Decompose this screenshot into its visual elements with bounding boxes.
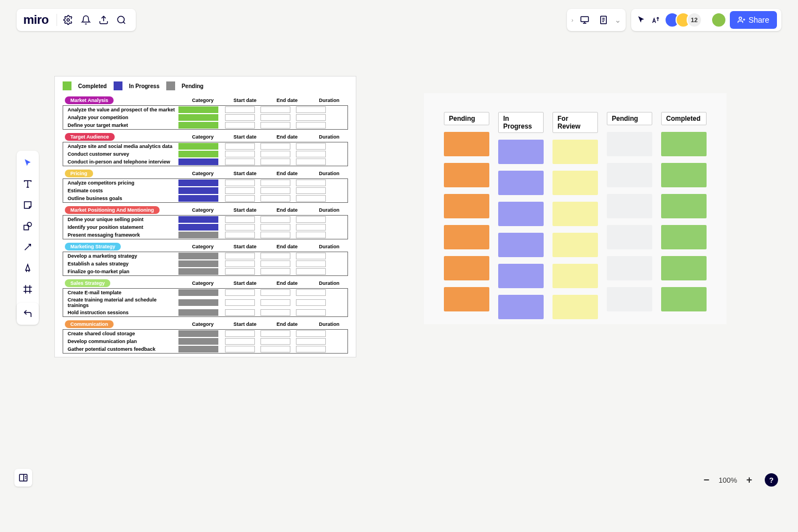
task-row[interactable]: Analyze site and social media analytics …: [63, 142, 347, 150]
duration-cell[interactable]: [296, 158, 326, 165]
start-date-cell[interactable]: [225, 253, 255, 259]
duration-cell[interactable]: [296, 346, 326, 352]
section-box[interactable]: Define your unique selling point Identif…: [63, 215, 348, 239]
kanban-card[interactable]: [553, 202, 598, 226]
kanban-frame[interactable]: PendingIn ProgressFor ReviewPendingCompl…: [424, 93, 727, 324]
end-date-cell[interactable]: [260, 187, 290, 194]
text-tool[interactable]: [21, 177, 34, 191]
task-row[interactable]: Define your target market: [63, 121, 347, 129]
help-button[interactable]: ?: [765, 473, 778, 487]
end-date-cell[interactable]: [260, 232, 290, 238]
task-row[interactable]: Analyze competitors pricing: [63, 179, 347, 187]
kanban-card[interactable]: [444, 132, 489, 156]
duration-cell[interactable]: [296, 289, 326, 296]
kanban-card[interactable]: [607, 194, 652, 218]
end-date-cell[interactable]: [260, 346, 290, 352]
end-date-cell[interactable]: [260, 143, 290, 150]
kanban-column[interactable]: For Review: [553, 112, 598, 319]
duration-cell[interactable]: [296, 143, 326, 150]
kanban-card[interactable]: [607, 163, 652, 187]
kanban-column[interactable]: Pending: [607, 112, 652, 319]
category-cell[interactable]: [178, 224, 218, 231]
duration-cell[interactable]: [296, 232, 326, 238]
task-row[interactable]: Hold instruction sessions: [63, 309, 347, 316]
category-cell[interactable]: [178, 151, 218, 157]
kanban-card[interactable]: [553, 295, 598, 319]
task-row[interactable]: Develop communication plan: [63, 337, 347, 345]
start-date-cell[interactable]: [225, 268, 255, 275]
category-cell[interactable]: [178, 122, 218, 129]
start-date-cell[interactable]: [225, 289, 255, 296]
kanban-card[interactable]: [661, 194, 707, 218]
kanban-column[interactable]: In Progress: [498, 112, 544, 319]
end-date-cell[interactable]: [260, 289, 290, 296]
kanban-card[interactable]: [607, 256, 652, 280]
avatars[interactable]: 12: [664, 12, 702, 28]
category-cell[interactable]: [178, 330, 218, 337]
start-date-cell[interactable]: [225, 260, 255, 267]
start-date-cell[interactable]: [225, 299, 255, 306]
section-tag[interactable]: Market Positioning And Mentioning: [65, 206, 160, 214]
section-tag[interactable]: Target Audience: [65, 133, 115, 141]
present-button[interactable]: [577, 12, 592, 28]
category-cell[interactable]: [178, 289, 218, 296]
avatar-self[interactable]: [711, 12, 727, 28]
kanban-card[interactable]: [444, 163, 489, 187]
duration-cell[interactable]: [296, 268, 326, 275]
kanban-card[interactable]: [553, 233, 598, 257]
kanban-card[interactable]: [444, 287, 489, 311]
cursor-icon[interactable]: [636, 14, 647, 25]
end-date-cell[interactable]: [260, 158, 290, 165]
section-tag[interactable]: Sales Strategy: [65, 279, 110, 287]
section-box[interactable]: Develop a marketing strategy Establish a…: [63, 252, 348, 276]
start-date-cell[interactable]: [225, 224, 255, 231]
notes-button[interactable]: [596, 12, 611, 28]
section-tag[interactable]: Pricing: [65, 170, 93, 177]
kanban-card[interactable]: [498, 171, 544, 195]
kanban-column-header[interactable]: Pending: [607, 112, 652, 125]
kanban-card[interactable]: [607, 225, 652, 249]
section-tag[interactable]: Market Analysis: [65, 96, 114, 104]
end-date-cell[interactable]: [260, 106, 290, 113]
start-date-cell[interactable]: [225, 338, 255, 345]
start-date-cell[interactable]: [225, 346, 255, 352]
panel-toggle-button[interactable]: [14, 469, 32, 487]
end-date-cell[interactable]: [260, 253, 290, 259]
kanban-column-header[interactable]: Completed: [661, 112, 707, 125]
share-button[interactable]: Share: [730, 11, 777, 29]
start-date-cell[interactable]: [225, 180, 255, 186]
kanban-card[interactable]: [444, 194, 489, 218]
category-cell[interactable]: [178, 253, 218, 259]
kanban-card[interactable]: [607, 132, 652, 156]
duration-cell[interactable]: [296, 224, 326, 231]
start-date-cell[interactable]: [225, 158, 255, 165]
category-cell[interactable]: [178, 158, 218, 165]
kanban-card[interactable]: [498, 295, 544, 319]
duration-cell[interactable]: [296, 330, 326, 337]
section-box[interactable]: Create shared cloud storage Develop comm…: [63, 329, 348, 354]
duration-cell[interactable]: [296, 180, 326, 186]
category-cell[interactable]: [178, 114, 218, 121]
category-cell[interactable]: [178, 216, 218, 223]
start-date-cell[interactable]: [225, 330, 255, 337]
kanban-card[interactable]: [661, 256, 707, 280]
category-cell[interactable]: [178, 143, 218, 150]
start-date-cell[interactable]: [225, 151, 255, 157]
duration-cell[interactable]: [296, 106, 326, 113]
plan-frame[interactable]: Completed In Progress Pending Market Ana…: [54, 76, 356, 357]
reactions-icon[interactable]: [650, 14, 661, 25]
category-cell[interactable]: [178, 260, 218, 267]
task-row[interactable]: Conduct customer survey: [63, 150, 347, 158]
section-box[interactable]: Analyze competitors pricing Estimate cos…: [63, 178, 348, 203]
undo-button[interactable]: [17, 303, 39, 325]
select-tool[interactable]: [21, 156, 34, 170]
start-date-cell[interactable]: [225, 143, 255, 150]
kanban-card[interactable]: [553, 140, 598, 164]
section-tag[interactable]: Communication: [65, 320, 114, 328]
section-box[interactable]: Analyze the value and prospect of the ma…: [63, 105, 348, 130]
duration-cell[interactable]: [296, 151, 326, 157]
end-date-cell[interactable]: [260, 299, 290, 306]
duration-cell[interactable]: [296, 114, 326, 121]
kanban-card[interactable]: [553, 264, 598, 288]
start-date-cell[interactable]: [225, 122, 255, 129]
